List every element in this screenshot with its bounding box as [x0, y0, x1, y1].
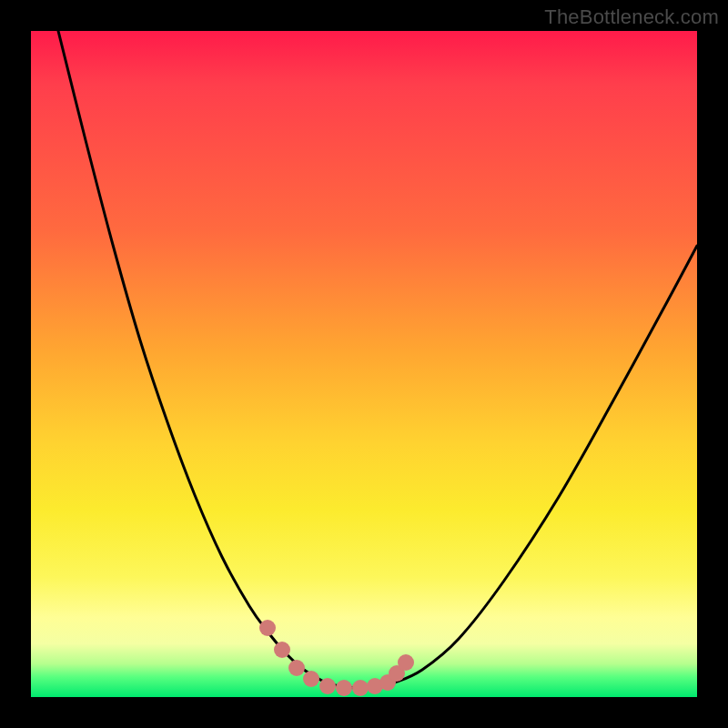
highlight-dot	[303, 671, 319, 687]
highlight-dot	[336, 680, 352, 696]
watermark-text: TheBottleneck.com	[544, 5, 719, 29]
chart-frame: TheBottleneck.com	[0, 0, 728, 728]
highlight-dot	[288, 660, 305, 676]
highlight-dot	[398, 654, 414, 671]
highlight-dot	[274, 642, 290, 658]
highlight-dot	[319, 678, 336, 694]
plot-area	[31, 31, 697, 697]
curve-layer	[31, 31, 697, 697]
highlight-dot	[352, 680, 369, 696]
highlight-dots	[259, 620, 414, 696]
main-curve	[58, 31, 697, 688]
highlight-dot	[259, 620, 276, 636]
